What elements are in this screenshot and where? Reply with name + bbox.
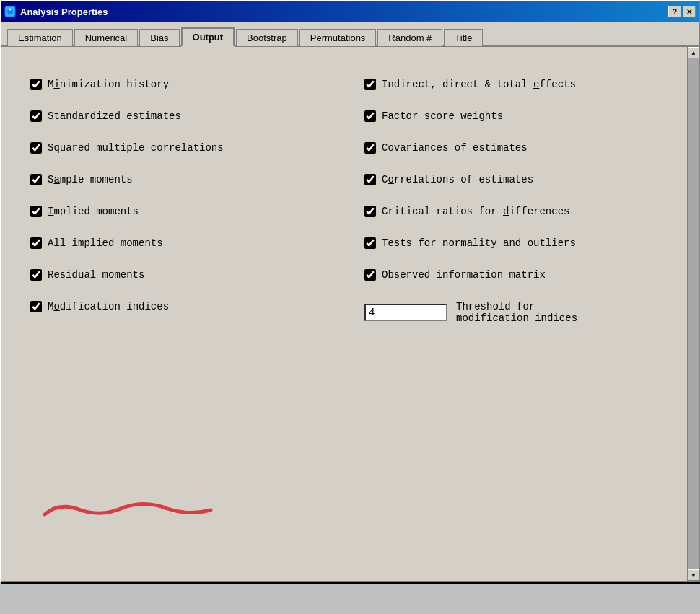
checkbox-row-indirect: Indirect, direct & total effects [364, 69, 670, 100]
checkbox-all-implied[interactable] [30, 237, 42, 249]
left-column: Minimization history Standardized estima… [30, 69, 336, 334]
checkbox-covariances[interactable] [364, 142, 376, 154]
label-critical-ratios: Critical ratios for differences [382, 206, 569, 217]
right-column: Indirect, direct & total effects Factor … [364, 69, 670, 334]
checkbox-critical-ratios[interactable] [364, 206, 376, 217]
label-residual-moments: Residual moments [48, 269, 144, 281]
label-correlations: Correlations of estimates [382, 174, 533, 185]
label-tests-normality: Tests for normality and outliers [382, 237, 576, 249]
label-observed-info: Observed information matrix [382, 269, 546, 281]
app-icon [4, 6, 16, 17]
title-bar-buttons: ? ✕ [668, 6, 696, 17]
label-sample-moments: Sample moments [48, 174, 133, 185]
checkbox-row-covariances: Covariances of estimates [364, 132, 670, 164]
label-all-implied: All implied moments [48, 237, 163, 249]
tab-random[interactable]: Random # [377, 29, 442, 46]
window-title: Analysis Properties [20, 6, 108, 17]
tab-numerical[interactable]: Numerical [74, 29, 139, 46]
checkbox-implied-moments[interactable] [30, 206, 42, 217]
tab-estimation[interactable]: Estimation [7, 29, 73, 46]
checkbox-row-observed: Observed information matrix [364, 259, 670, 291]
checkbox-row-standardized: Standardized estimates [30, 100, 336, 132]
tab-title[interactable]: Title [444, 29, 483, 46]
tab-bootstrap[interactable]: Bootstrap [236, 29, 298, 46]
checkbox-row-correlations: Correlations of estimates [364, 164, 670, 196]
scroll-up-button[interactable]: ▲ [688, 47, 699, 58]
scroll-down-button[interactable]: ▼ [688, 569, 699, 581]
title-bar: Analysis Properties ? ✕ [1, 1, 699, 22]
help-button[interactable]: ? [668, 6, 681, 17]
svg-point-2 [9, 9, 12, 11]
checkbox-row-all-implied: All implied moments [30, 227, 336, 259]
close-button[interactable]: ✕ [683, 6, 696, 17]
checkbox-row-critical: Critical ratios for differences [364, 196, 670, 227]
checkbox-minimization-history[interactable] [30, 79, 42, 90]
tabs-row: Estimation Numerical Bias Output Bootstr… [1, 22, 699, 47]
threshold-label: Threshold for modification indices [456, 301, 577, 324]
checkbox-residual-moments[interactable] [30, 269, 42, 281]
checkbox-factor-score[interactable] [364, 110, 376, 122]
label-standardized-estimates: Standardized estimates [48, 110, 181, 122]
checkbox-row-modification: Modification indices [30, 291, 336, 323]
checkbox-row-factor-score: Factor score weights [364, 100, 670, 132]
checkbox-sample-moments[interactable] [30, 174, 42, 185]
checkbox-observed-info[interactable] [364, 269, 376, 281]
scroll-track [688, 58, 699, 569]
content-wrapper: Minimization history Standardized estima… [1, 47, 699, 581]
main-content: Minimization history Standardized estima… [1, 47, 699, 581]
checkbox-row-squared: Squared multiple correlations [30, 132, 336, 164]
content-area: Minimization history Standardized estima… [1, 47, 699, 581]
label-squared-multiple: Squared multiple correlations [48, 142, 224, 154]
checkbox-standardized-estimates[interactable] [30, 110, 42, 122]
checkbox-tests-normality[interactable] [364, 237, 376, 249]
threshold-row: Threshold for modification indices [364, 291, 670, 334]
checkbox-row-sample: Sample moments [30, 164, 336, 196]
label-factor-score: Factor score weights [382, 110, 503, 122]
checkboxes-grid: Minimization history Standardized estima… [30, 69, 670, 334]
tab-bias[interactable]: Bias [139, 29, 179, 46]
scrollbar: ▲ ▼ [687, 47, 699, 581]
checkbox-modification-indices[interactable] [30, 301, 42, 312]
threshold-input[interactable] [364, 304, 447, 321]
checkbox-row-minimization: Minimization history [30, 69, 336, 100]
label-indirect-direct: Indirect, direct & total effects [382, 79, 576, 90]
checkbox-row-residual: Residual moments [30, 259, 336, 291]
tab-permutations[interactable]: Permutations [299, 29, 377, 46]
label-covariances: Covariances of estimates [382, 142, 528, 154]
label-modification-indices: Modification indices [48, 301, 169, 312]
title-bar-left: Analysis Properties [4, 6, 108, 17]
label-minimization-history: Minimization history [48, 79, 169, 90]
red-scribble-annotation [38, 494, 218, 523]
analysis-properties-window: Analysis Properties ? ✕ Estimation Numer… [0, 0, 700, 582]
checkbox-indirect-direct[interactable] [364, 79, 376, 90]
checkbox-correlations[interactable] [364, 174, 376, 185]
checkbox-row-implied: Implied moments [30, 196, 336, 227]
checkbox-squared-multiple[interactable] [30, 142, 42, 154]
label-implied-moments: Implied moments [48, 206, 139, 217]
tab-output[interactable]: Output [181, 27, 235, 47]
checkbox-row-tests-normality: Tests for normality and outliers [364, 227, 670, 259]
